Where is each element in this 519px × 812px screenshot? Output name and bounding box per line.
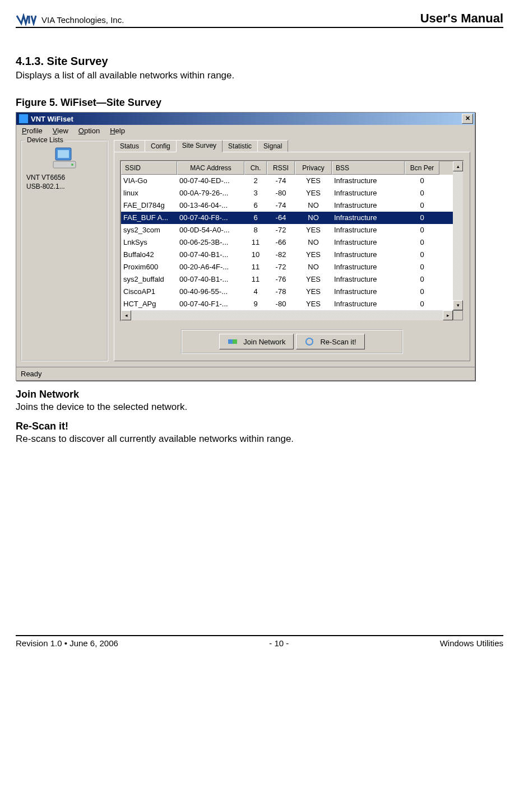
cell: 0 [405, 187, 439, 199]
network-row[interactable]: Proxim60000-20-A6-4F-...11-72NOInfrastru… [121, 261, 453, 273]
device-lists-panel: Device Lists VNT VT6656 USB-802.1... [21, 140, 108, 361]
cell: -80 [267, 298, 295, 310]
listview-body[interactable]: VIA-Go00-07-40-ED-...2-74YESInfrastructu… [121, 175, 453, 310]
column-header-rssi[interactable]: RSSI [267, 161, 295, 175]
device-name-line1: VNT VT6656 [26, 174, 104, 183]
page-footer: Revision 1.0 • June 6, 2006 - 10 - Windo… [16, 635, 503, 648]
network-row[interactable]: FAE_BUF A...00-07-40-F8-...6-64NOInfrast… [121, 212, 453, 224]
cell: Infrastructure [332, 199, 405, 212]
network-row[interactable]: CiscoAP100-40-96-55-...4-78YESInfrastruc… [121, 286, 453, 298]
footer-page-number: - 10 - [269, 638, 289, 648]
column-header-bss[interactable]: BSS [332, 161, 405, 175]
cell: 4 [244, 286, 267, 298]
network-row[interactable]: HCT_APg00-07-40-F1-...9-80YESInfrastruct… [121, 298, 453, 310]
tab-statistic[interactable]: Statistic [222, 140, 258, 152]
cell: YES [295, 249, 332, 261]
column-header-bcn[interactable]: Bcn Per [405, 161, 439, 175]
tab-config[interactable]: Config [145, 140, 177, 152]
cell: FAE_BUF A... [121, 212, 177, 224]
horizontal-scrollbar[interactable]: ◂ ▸ [121, 310, 463, 320]
device-item[interactable]: VNT VT6656 USB-802.1... [25, 146, 104, 191]
menu-profile[interactable]: Profile [22, 127, 43, 135]
section-description: Displays a list of all available network… [16, 70, 503, 81]
menu-view[interactable]: View [53, 127, 68, 135]
cell: Infrastructure [332, 212, 405, 224]
window-title: VNT WiFiset [31, 115, 73, 123]
titlebar[interactable]: VNT WiFiset ✕ [16, 113, 475, 125]
cell: 11 [244, 236, 267, 249]
network-row[interactable]: VIA-Go00-07-40-ED-...2-74YESInfrastructu… [121, 175, 453, 187]
network-row[interactable]: sys2_buffald00-07-40-B1-...11-76YESInfra… [121, 273, 453, 286]
manual-title: User's Manual [420, 11, 503, 26]
join-network-button[interactable]: Join Network [219, 334, 294, 349]
cell: sys2_buffald [121, 273, 177, 286]
join-network-description: Joins the device to the selected network… [16, 402, 503, 413]
scroll-up-button[interactable]: ▴ [453, 161, 463, 171]
join-network-label: Join Network [243, 338, 285, 346]
join-network-icon [228, 337, 238, 346]
tab-signal[interactable]: Signal [257, 140, 288, 152]
figure-caption: Figure 5. WiFiset—Site Survey [16, 97, 503, 109]
svg-rect-5 [233, 339, 237, 344]
cell: FAE_DI784g [121, 199, 177, 212]
network-row[interactable]: LnkSys00-06-25-3B-...11-66NOInfrastructu… [121, 236, 453, 249]
cell: -74 [267, 199, 295, 212]
column-header-channel[interactable]: Ch. [244, 161, 267, 175]
menubar: Profile View Option Help [16, 125, 475, 137]
menu-option[interactable]: Option [78, 127, 100, 135]
cell: 0 [405, 199, 439, 212]
cell: 0 [405, 236, 439, 249]
column-header-mac[interactable]: MAC Address [177, 161, 244, 175]
device-lists-label: Device Lists [25, 136, 65, 144]
cell: -78 [267, 286, 295, 298]
cell: -72 [267, 261, 295, 273]
vertical-scrollbar[interactable]: ▴ ▾ [453, 161, 463, 310]
menu-help[interactable]: Help [110, 127, 125, 135]
scroll-right-button[interactable]: ▸ [443, 310, 453, 320]
network-row[interactable]: linux00-0A-79-26-...3-80YESInfrastructur… [121, 187, 453, 199]
join-network-heading: Join Network [16, 389, 503, 400]
network-row[interactable]: Buffalo4200-07-40-B1-...10-82YESInfrastr… [121, 249, 453, 261]
tab-site-survey[interactable]: Site Survey [176, 140, 223, 152]
cell: Proxim600 [121, 261, 177, 273]
cell: YES [295, 298, 332, 310]
cell: 00-06-25-3B-... [177, 236, 244, 249]
cell: sys2_3com [121, 224, 177, 236]
cell: 0 [405, 249, 439, 261]
cell: Infrastructure [332, 236, 405, 249]
cell: Infrastructure [332, 175, 405, 187]
cell: Infrastructure [332, 261, 405, 273]
scroll-down-button[interactable]: ▾ [453, 300, 463, 310]
close-button[interactable]: ✕ [462, 114, 473, 124]
svg-rect-4 [228, 339, 233, 344]
cell: VIA-Go [121, 175, 177, 187]
cell: 6 [244, 199, 267, 212]
cell: 00-07-40-B1-... [177, 249, 244, 261]
scroll-left-button[interactable]: ◂ [121, 310, 131, 320]
cell: 11 [244, 261, 267, 273]
cell: NO [295, 212, 332, 224]
cell: 0 [405, 175, 439, 187]
cell: CiscoAP1 [121, 286, 177, 298]
cell: 10 [244, 249, 267, 261]
cell: 00-07-40-B1-... [177, 273, 244, 286]
cell: Infrastructure [332, 249, 405, 261]
tab-status[interactable]: Status [114, 140, 145, 152]
network-row[interactable]: sys2_3com00-0D-54-A0-...8-72YESInfrastru… [121, 224, 453, 236]
column-header-privacy[interactable]: Privacy [295, 161, 332, 175]
cell: 0 [405, 298, 439, 310]
via-logo-icon [16, 13, 39, 26]
cell: 8 [244, 224, 267, 236]
cell: YES [295, 224, 332, 236]
cell: Infrastructure [332, 298, 405, 310]
cell: 00-0A-79-26-... [177, 187, 244, 199]
network-row[interactable]: FAE_DI784g00-13-46-04-...6-74NOInfrastru… [121, 199, 453, 212]
cell: 00-07-40-F1-... [177, 298, 244, 310]
tab-bar: Status Config Site Survey Statistic Sign… [114, 140, 470, 152]
cell: 00-20-A6-4F-... [177, 261, 244, 273]
action-button-group: Join Network Re-Scan it! [181, 329, 403, 354]
column-header-ssid[interactable]: SSID [121, 161, 177, 175]
app-icon [18, 114, 29, 124]
rescan-button[interactable]: Re-Scan it! [296, 334, 364, 349]
status-text: Ready [21, 370, 42, 378]
